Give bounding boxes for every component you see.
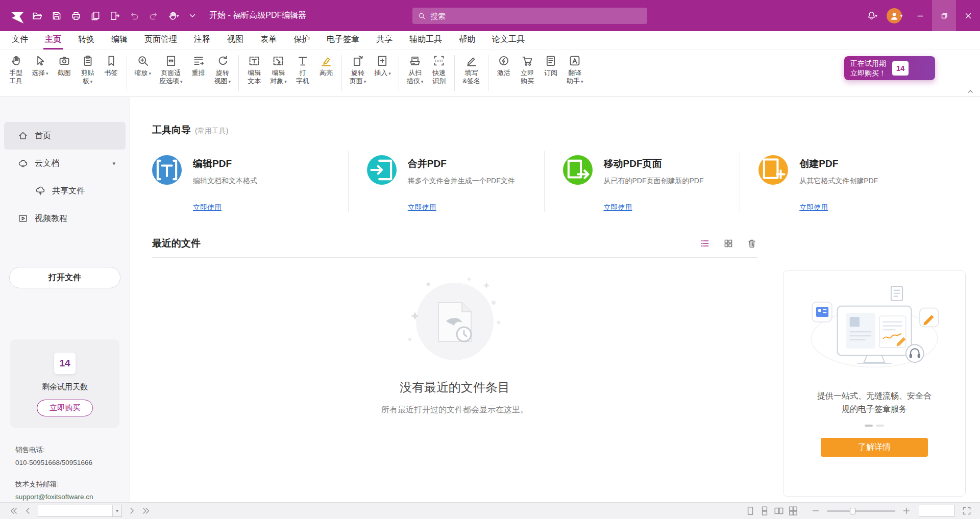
tools-section-subtitle: (常用工具) [195, 127, 228, 136]
open-file-button[interactable]: 打开文件 [9, 267, 120, 288]
edit-text-button[interactable]: 编辑文本 [242, 53, 266, 87]
clipboard-button[interactable]: 剪贴板▾ [76, 53, 100, 87]
facing-view-button[interactable] [773, 505, 785, 516]
edit-object-button[interactable]: 编辑对象▾ [266, 53, 291, 87]
sidebar-item-video-tutorials[interactable]: 视频教程 [4, 205, 126, 232]
chevron-down-icon[interactable]: ▾ [112, 160, 115, 167]
search-input[interactable] [430, 12, 642, 20]
menu-item-convert[interactable]: 转换 [77, 31, 96, 50]
quick-ocr-button[interactable]: OCR快速识别 [427, 53, 451, 87]
zoom-slider[interactable] [827, 510, 895, 512]
translate-assistant-button[interactable]: 翻译助手▾ [562, 53, 587, 87]
use-now-link[interactable]: 立即使用 [408, 203, 436, 212]
page-dropdown-button[interactable]: ▾ [112, 505, 121, 516]
learn-more-button[interactable]: 了解详情 [821, 438, 928, 457]
close-button[interactable] [956, 0, 980, 31]
typewriter-button[interactable]: 打字机 [291, 53, 314, 87]
menu-item-home[interactable]: 主页 [43, 31, 63, 50]
zoom-level-input[interactable] [919, 505, 954, 516]
zoom-level-box[interactable] [919, 505, 954, 517]
minimize-button[interactable] [908, 0, 932, 31]
redo-button[interactable] [144, 6, 163, 26]
menu-item-page-manage[interactable]: 页面管理 [143, 31, 179, 50]
highlight-button[interactable]: 高亮 [314, 53, 338, 78]
zoom-out-button[interactable] [810, 505, 821, 516]
hand-tool-button[interactable]: 手型工具 [4, 53, 28, 87]
ribbon-collapse-button[interactable] [965, 86, 976, 95]
list-view-icon [699, 238, 710, 249]
subscribe-button[interactable]: 订阅 [539, 53, 562, 78]
zoom-slider-thumb[interactable] [850, 508, 855, 514]
reflow-button[interactable]: 重排 [187, 53, 210, 78]
rotate-pages-button[interactable]: 旋转页面▾ [346, 53, 371, 87]
sidebar-item-cloud-docs[interactable]: 云文档▾ [4, 150, 126, 177]
prev-page-button[interactable] [22, 505, 33, 516]
restore-button[interactable] [932, 0, 956, 31]
menu-item-form[interactable]: 表单 [259, 31, 278, 50]
menu-item-protect[interactable]: 保护 [292, 31, 311, 50]
tool-card-merge-pdf[interactable]: 合并PDF 将多个文件合并生成一个PDF文件 立即使用 [348, 151, 544, 212]
use-now-link[interactable]: 立即使用 [193, 203, 222, 212]
from-scanner-button[interactable]: 从扫描仪▾ [403, 53, 428, 87]
trial-badge[interactable]: 正在试用期立即购买！ 14 [844, 56, 935, 80]
rotate-view-button[interactable]: 旋转视图▾ [210, 53, 235, 87]
tool-card-create-pdf[interactable]: 创建PDF 从其它格式文件创建PDF 立即使用 [740, 151, 936, 212]
menu-item-share[interactable]: 共享 [375, 31, 394, 50]
menu-item-paper-tools[interactable]: 论文工具 [491, 31, 526, 50]
tool-card-move-pdf[interactable]: 移动PDF页面 从已有的PDF页面创建新的PDF 立即使用 [544, 151, 740, 212]
activate-button[interactable]: 激活 [492, 53, 516, 78]
grid-view-button[interactable] [723, 238, 734, 249]
sidebar-item-shared-files[interactable]: 共享文件 [4, 177, 126, 205]
carousel-dots[interactable] [865, 425, 884, 427]
continuous-view-button[interactable] [759, 505, 770, 516]
export-page-button[interactable] [105, 6, 125, 26]
single-page-view-button[interactable] [745, 505, 756, 516]
fullscreen-button[interactable] [961, 505, 972, 516]
buy-now-button[interactable]: 立即购买 [37, 400, 93, 416]
use-now-link[interactable]: 立即使用 [604, 203, 632, 212]
notifications-button[interactable]: ▾ [862, 6, 881, 26]
carousel-dot[interactable] [876, 425, 884, 427]
zoom-in-button[interactable] [901, 505, 912, 516]
menu-item-esign[interactable]: 电子签章 [325, 31, 361, 50]
open-file-button[interactable] [28, 6, 47, 26]
sidebar-item-home[interactable]: 首页 [4, 122, 126, 150]
hand-mode-button[interactable]: ▾ [163, 6, 183, 26]
next-page-button[interactable] [127, 505, 138, 516]
facing-continuous-view-button[interactable] [788, 505, 799, 516]
save-button[interactable] [47, 6, 66, 26]
use-now-link[interactable]: 立即使用 [799, 203, 828, 212]
ribbon-dropdown-button[interactable] [183, 6, 202, 26]
bookmark-button[interactable]: 书签 [100, 53, 123, 78]
copy-page-button[interactable] [86, 6, 105, 26]
list-view-button[interactable] [699, 238, 710, 249]
zoom-button[interactable]: 缩放▾ [131, 53, 156, 78]
menu-item-comment[interactable]: 注释 [192, 31, 212, 50]
menu-item-edit[interactable]: 编辑 [110, 31, 129, 50]
account-button[interactable]: ▾ [881, 6, 908, 26]
menu-item-file[interactable]: 文件 [10, 31, 30, 50]
next-page-icon [127, 505, 138, 516]
tool-card-edit-pdf[interactable]: 编辑PDF 编辑文档和文本格式 立即使用 [152, 151, 348, 212]
support-email-link[interactable]: support@foxitsoftware.cn [15, 491, 130, 503]
page-number-input[interactable] [38, 505, 112, 516]
buy-now-button[interactable]: 立即购买 [516, 53, 539, 87]
insert-button[interactable]: 插入▾ [370, 53, 395, 78]
print-button[interactable] [66, 6, 86, 26]
search-bar[interactable] [412, 8, 647, 24]
menu-item-accessibility[interactable]: 辅助工具 [408, 31, 444, 50]
snapshot-pages-button-2[interactable] [178, 505, 189, 516]
select-button[interactable]: 选择▾ [28, 53, 53, 78]
page-fit-button[interactable]: 页面适应选项▾ [155, 53, 187, 87]
clear-recent-button[interactable] [746, 238, 757, 249]
menu-item-view[interactable]: 视图 [226, 31, 245, 50]
snapshot-pages-button[interactable] [163, 505, 175, 516]
carousel-dot-active[interactable] [865, 425, 873, 427]
first-page-button[interactable] [8, 505, 19, 516]
undo-button[interactable] [125, 6, 144, 26]
fill-sign-button[interactable]: 填写&签名 [458, 53, 484, 87]
last-page-button[interactable] [141, 505, 152, 516]
menu-item-help[interactable]: 帮助 [457, 31, 477, 50]
page-number-box[interactable]: ▾ [38, 505, 122, 517]
snapshot-button[interactable]: 截图 [53, 53, 76, 78]
